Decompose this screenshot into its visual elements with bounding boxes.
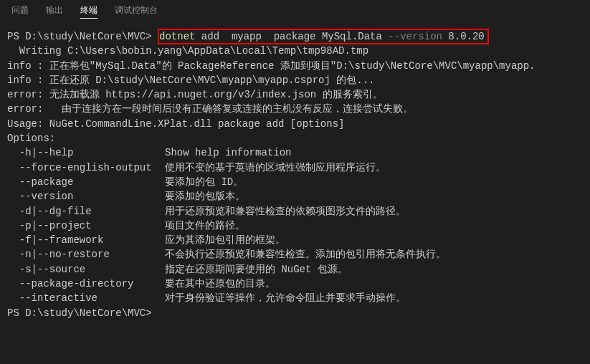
- cmd-version-val: 8.0.20: [442, 31, 485, 42]
- opt-flag: --package-directory: [7, 277, 165, 291]
- opt-help: -h|--helpShow help information: [7, 145, 583, 160]
- terminal-line-usage: Usage: NuGet.CommandLine.XPlat.dll packa…: [7, 117, 583, 131]
- opt-package-directory: --package-directory要在其中还原包的目录。: [7, 277, 583, 291]
- tab-output[interactable]: 输出: [46, 3, 63, 19]
- opt-flag: --package: [7, 175, 165, 189]
- terminal-line-command: PS D:\study\NetCore\MVC> dotnet add myap…: [7, 29, 583, 44]
- opt-no-restore: -n|--no-restore不会执行还原预览和兼容性检查。添加的包引用将无条件…: [7, 247, 583, 262]
- panel-tabs: 问题 输出 终端 调试控制台: [0, 0, 590, 24]
- opt-flag: --interactive: [7, 291, 165, 305]
- tab-terminal[interactable]: 终端: [80, 3, 97, 19]
- opt-flag: --force-english-output: [7, 161, 165, 175]
- opt-flag: -p|--project: [7, 219, 165, 233]
- opt-desc: 对于身份验证等操作，允许命令阻止并要求手动操作。: [165, 292, 406, 304]
- opt-desc: 要在其中还原包的目录。: [165, 278, 275, 289]
- terminal-line: error: 无法加载源 https://api.nuget.org/v3/in…: [7, 87, 583, 102]
- opt-flag: -n|--no-restore: [7, 247, 165, 262]
- terminal-line: error: 由于连接方在一段时间后没有正确答复或连接的主机没有反应，连接尝试失…: [7, 102, 583, 116]
- terminal-content[interactable]: PS D:\study\NetCore\MVC> dotnet add myap…: [0, 24, 590, 326]
- opt-flag: -d|--dg-file: [7, 204, 165, 219]
- terminal-line: info : 正在将包"MySql.Data"的 PackageReferenc…: [7, 59, 583, 73]
- options-header: Options:: [7, 131, 583, 145]
- terminal-line: Writing C:\Users\bobin.yang\AppData\Loca…: [7, 44, 583, 58]
- opt-desc: 要添加的包 ID。: [165, 176, 243, 188]
- highlighted-command: dotnet add myapp package MySql.Data --ve…: [158, 29, 489, 44]
- cmd-add: add myapp package: [195, 31, 321, 42]
- opt-desc: 用于还原预览和兼容性检查的依赖项图形文件的路径。: [165, 206, 406, 217]
- opt-desc: 指定在还原期间要使用的 NuGet 包源。: [165, 264, 348, 275]
- opt-desc: Show help information: [165, 147, 291, 158]
- opt-desc: 应为其添加包引用的框架。: [165, 234, 285, 246]
- opt-project: -p|--project项目文件的路径。: [7, 219, 583, 233]
- opt-flag: -h|--help: [7, 145, 165, 160]
- opt-desc: 要添加的包版本。: [165, 191, 245, 202]
- opt-flag: --version: [7, 189, 165, 203]
- tab-problems[interactable]: 问题: [11, 3, 29, 19]
- opt-version: --version要添加的包版本。: [7, 189, 583, 203]
- cmd-pkg: MySql.Data: [322, 31, 382, 42]
- opt-package: --package要添加的包 ID。: [7, 175, 583, 189]
- opt-desc: 项目文件的路径。: [165, 220, 245, 231]
- tab-debug-console[interactable]: 调试控制台: [115, 3, 158, 19]
- opt-dg-file: -d|--dg-file用于还原预览和兼容性检查的依赖项图形文件的路径。: [7, 204, 583, 219]
- opt-force: --force-english-output使用不变的基于英语的区域性强制应用程…: [7, 161, 583, 175]
- opt-desc: 不会执行还原预览和兼容性检查。添加的包引用将无条件执行。: [165, 249, 446, 260]
- opt-flag: -s|--source: [7, 262, 165, 277]
- cmd-dotnet: dotnet: [159, 31, 195, 42]
- terminal-line: info : 正在还原 D:\study\NetCore\MVC\myapp\m…: [7, 73, 583, 87]
- opt-flag: -f|--framework: [7, 233, 165, 247]
- prompt: PS D:\study\NetCore\MVC>: [7, 31, 158, 42]
- opt-interactive: --interactive对于身份验证等操作，允许命令阻止并要求手动操作。: [7, 291, 583, 305]
- opt-framework: -f|--framework应为其添加包引用的框架。: [7, 233, 583, 247]
- cmd-version-flag: --version: [382, 31, 442, 42]
- opt-source: -s|--source指定在还原期间要使用的 NuGet 包源。: [7, 262, 583, 277]
- prompt-line: PS D:\study\NetCore\MVC>: [7, 306, 583, 320]
- opt-desc: 使用不变的基于英语的区域性强制应用程序运行。: [165, 162, 386, 173]
